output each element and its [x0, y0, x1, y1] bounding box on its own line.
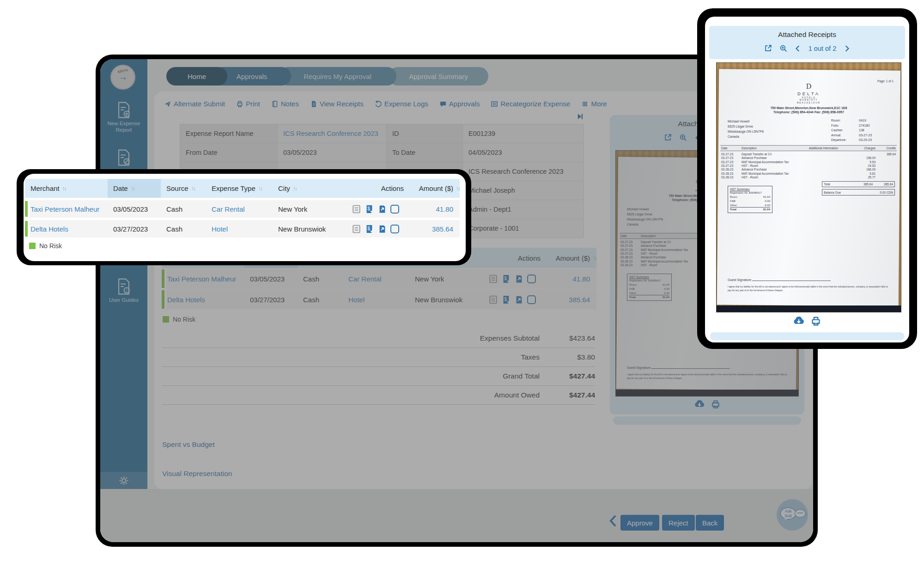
- footer-back-chevron-icon[interactable]: [609, 515, 616, 527]
- export-receipt-icon[interactable]: [514, 274, 524, 284]
- expense-city: New Brunswiok: [273, 225, 339, 233]
- tab-home[interactable]: Home: [166, 67, 227, 86]
- svg-text:$: $: [367, 226, 370, 231]
- column-label: Source: [166, 184, 188, 192]
- merchant-link[interactable]: Delta Hotels: [162, 296, 244, 304]
- expense-date: 03/27/2023: [244, 296, 298, 304]
- footer-bar: Approve Reject Back Ask Suti •••: [100, 489, 813, 542]
- back-button[interactable]: Back: [696, 515, 724, 531]
- sidebar-item-user-guides[interactable]: i User Guides: [100, 278, 147, 303]
- receipt-verified-icon[interactable]: $: [501, 274, 511, 284]
- receipt-verified-icon[interactable]: $: [365, 224, 374, 234]
- column-header-actions: Actions: [339, 179, 404, 198]
- row-checkbox[interactable]: [527, 295, 536, 304]
- toolbar-label: Approvals: [449, 100, 480, 108]
- expense-city: New York: [273, 205, 339, 213]
- receipt-verified-icon[interactable]: $: [501, 295, 511, 305]
- receipt-actions: [610, 400, 804, 409]
- expense-details-icon[interactable]: [488, 295, 498, 305]
- svg-text:$: $: [367, 206, 370, 211]
- expense-logs-button[interactable]: Expense Logs: [375, 100, 428, 108]
- view-receipts-button[interactable]: View Receipts: [310, 100, 364, 108]
- receipts-popup: Attached Receipts 1 out of 2 Page: 1 of …: [705, 17, 909, 342]
- toolbar-label: Print: [246, 100, 260, 108]
- tab-approval-summary[interactable]: Approval Summary: [389, 67, 488, 86]
- spent-vs-budget-link[interactable]: Spent vs Budget: [162, 440, 215, 449]
- expense-row: Taxi Peterson Malheur 03/05/2023 Cash Ca…: [25, 200, 460, 218]
- expense-details-icon[interactable]: [352, 204, 361, 214]
- approve-button[interactable]: Approve: [620, 515, 659, 531]
- totals-row: Taxes $3.80: [162, 348, 595, 367]
- ask-suti-button[interactable]: Ask Suti •••: [777, 499, 808, 531]
- zoom-receipt-icon[interactable]: [779, 44, 787, 52]
- download-receipt-icon[interactable]: [694, 400, 705, 409]
- print-button[interactable]: Print: [236, 100, 260, 108]
- open-new-window-icon[interactable]: [664, 134, 672, 141]
- row-checkbox[interactable]: [390, 225, 399, 233]
- column-header-date[interactable]: Date↑↓: [108, 179, 161, 198]
- svg-text:i: i: [126, 288, 128, 293]
- row-actions: $: [339, 224, 404, 234]
- expense-amount-link[interactable]: 385.64: [541, 296, 596, 304]
- next-receipt-icon[interactable]: [844, 45, 850, 52]
- expense-type-link[interactable]: Hotel: [206, 225, 273, 233]
- reject-button[interactable]: Reject: [662, 515, 695, 531]
- expense-details-icon[interactable]: [488, 274, 498, 284]
- total-label: Grand Total: [503, 372, 540, 380]
- expense-amount-link[interactable]: 385.64: [404, 225, 460, 233]
- row-checkbox[interactable]: [527, 275, 536, 283]
- column-header-city[interactable]: City↑↓: [273, 179, 339, 198]
- menu-button[interactable]: Menu →: [110, 65, 135, 90]
- recategorize-expense-button[interactable]: Recategorize Expense: [491, 100, 570, 108]
- gear-icon[interactable]: [119, 476, 129, 486]
- toolbar-label: View Receipts: [320, 100, 364, 108]
- more-button[interactable]: More: [581, 100, 607, 108]
- zoom-receipt-icon[interactable]: [679, 134, 687, 141]
- hst-summary-box: HST Summary Registration No: 826085417 R…: [728, 186, 772, 213]
- sidebar-item-new-expense-report[interactable]: New Expense Report: [100, 102, 147, 134]
- notes-button[interactable]: Notes: [271, 100, 299, 108]
- expense-type-link[interactable]: Car Rental: [343, 275, 409, 283]
- export-receipt-icon[interactable]: [514, 295, 524, 305]
- open-new-window-icon[interactable]: [764, 44, 772, 52]
- print-receipt-icon[interactable]: [810, 316, 821, 326]
- merchant-link[interactable]: Delta Hotels: [25, 225, 108, 233]
- expense-type-link[interactable]: Hotel: [343, 296, 409, 304]
- collapse-panel-icon[interactable]: [577, 113, 584, 120]
- row-checkbox[interactable]: [390, 205, 399, 214]
- print-receipt-icon[interactable]: [711, 400, 721, 409]
- chat-bubble-icon: [439, 100, 447, 108]
- hotel-phone: Telephone: (506) 854-4344 Fax: (506) 858…: [717, 110, 901, 114]
- expense-amount-link[interactable]: 41.80: [541, 275, 596, 283]
- expense-type-link[interactable]: Car Rental: [206, 205, 273, 213]
- toolbar-label: Recategorize Expense: [500, 100, 570, 108]
- column-header-expense-type[interactable]: Expense Type↑↓: [206, 179, 273, 198]
- receipt-photo[interactable]: Page: 1 of 1 D DELTA HOTELS MARRIOTT BEA…: [716, 62, 901, 312]
- expense-details-icon[interactable]: [352, 224, 361, 234]
- column-header-source[interactable]: Source↑↓: [161, 179, 206, 198]
- merchant-link[interactable]: Taxi Peterson Malheur: [162, 275, 244, 283]
- totals-section: Expenses Subtotal $423.64 Taxes $3.80 Gr…: [162, 329, 595, 405]
- no-risk-label: No Risk: [39, 242, 62, 250]
- export-receipt-icon[interactable]: [377, 224, 387, 234]
- visual-representation-link[interactable]: Visual Representation: [162, 470, 232, 478]
- receipt-verified-icon[interactable]: $: [365, 204, 374, 214]
- expense-city: New Brunswiok: [409, 296, 475, 304]
- download-receipt-icon[interactable]: [793, 316, 805, 326]
- merchant-link[interactable]: Taxi Peterson Malheur: [25, 205, 108, 213]
- tab-requires-my-approval[interactable]: Requires My Approval: [279, 67, 396, 86]
- expense-report-name-link[interactable]: ICS Research Conference 2023: [278, 124, 387, 143]
- expense-popup: Merchant↑↓ Date↑↓ Source↑↓ Expense Type↑…: [24, 174, 466, 261]
- previous-receipt-icon[interactable]: [795, 45, 801, 52]
- column-header-amount[interactable]: Amount ($)↑↓: [541, 248, 596, 268]
- toolbar-label: More: [591, 100, 607, 108]
- column-header-amount[interactable]: Amount ($)↑↓: [404, 179, 460, 198]
- receipt-actions: [705, 316, 909, 326]
- alternate-submit-button[interactable]: Alternate Submit: [164, 100, 225, 108]
- approvals-button[interactable]: Approvals: [439, 100, 480, 108]
- expense-row: Delta Hotels 03/27/2023 Cash Hotel New B…: [25, 220, 460, 238]
- column-header-merchant[interactable]: Merchant↑↓: [25, 179, 108, 198]
- expense-amount-link[interactable]: 41.80: [404, 205, 460, 213]
- export-receipt-icon[interactable]: [377, 204, 387, 214]
- column-label: City: [278, 184, 290, 192]
